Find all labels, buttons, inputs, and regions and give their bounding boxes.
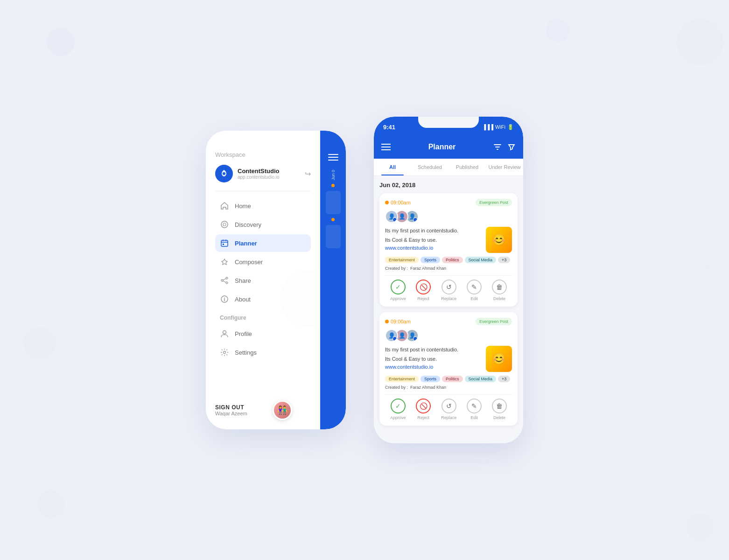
planner-date: Jun 02, 2018 — [379, 182, 518, 189]
edit-button-1[interactable]: ✎ Edit — [467, 280, 482, 301]
edit-label-2: Edit — [470, 415, 478, 420]
tab-scheduled[interactable]: Scheduled — [411, 159, 449, 175]
nav-item-home[interactable]: Home — [215, 197, 311, 215]
battery-icon: 🔋 — [507, 124, 514, 130]
sign-out-text: SIGN OUT Waqar Azeem — [215, 404, 247, 416]
home-icon — [220, 201, 229, 210]
planner-label: Planner — [235, 240, 257, 247]
post-1-text-area: Its my first post in contentstudio. Its … — [385, 227, 482, 253]
post-2-tags: Entertainment Sports Politics Social Med… — [385, 376, 512, 382]
reject-button-1[interactable]: 🚫 Reject — [416, 280, 431, 301]
evergreen-badge-2: Evergreen Post — [476, 318, 512, 325]
post-1-link[interactable]: www.contentstudio.io — [385, 245, 482, 251]
nav-item-share[interactable]: Share — [215, 272, 311, 289]
tag-sports-2: Sports — [421, 376, 440, 382]
planner-content: Jun 02, 2018 09:00am Evergreen Post 👤 — [374, 176, 523, 443]
nav-item-settings[interactable]: Settings — [215, 343, 311, 361]
planner-icon — [220, 238, 229, 248]
post-1-text-line1: Its my first post in contentstudio. — [385, 227, 482, 235]
link-icon[interactable]: ↪ — [305, 169, 311, 178]
settings-label: Settings — [235, 349, 257, 356]
edit-button-2[interactable]: ✎ Edit — [467, 399, 482, 420]
configure-label: Configure — [220, 315, 311, 321]
tab-under-review[interactable]: Under Review — [486, 159, 523, 175]
post-1-actions: ✓ Approve 🚫 Reject ↺ Replace ✎ — [385, 275, 512, 301]
planner-header-title: Planner — [428, 143, 456, 151]
post-card-2-header: 09:00am Evergreen Post — [385, 318, 512, 325]
tab-all[interactable]: All — [374, 159, 411, 175]
nav-item-composer[interactable]: Composer — [215, 253, 311, 271]
planner-header-actions — [493, 143, 516, 151]
post-card-1-header: 09:00am Evergreen Post — [385, 199, 512, 206]
brand-avatar — [215, 165, 233, 182]
reject-icon-2: 🚫 — [416, 399, 431, 413]
post-2-link[interactable]: www.contentstudio.io — [385, 364, 482, 370]
nav-item-about[interactable]: About — [215, 290, 311, 308]
nav-item-discovery[interactable]: Discovery — [215, 216, 311, 233]
delete-button-1[interactable]: 🗑 Delete — [492, 280, 507, 301]
left-phone-notch — [248, 131, 304, 141]
status-time: 9:41 — [383, 124, 395, 131]
filter-alt-icon[interactable] — [493, 143, 502, 151]
hamburger-icon[interactable] — [328, 154, 338, 161]
planner-tabs: All Scheduled Published Under Review — [374, 159, 523, 176]
tab-published[interactable]: Published — [449, 159, 486, 175]
delete-icon-2: 🗑 — [492, 399, 507, 413]
sidebar-strip: Jun 0 — [320, 131, 346, 429]
post-2-thumbnail: 😊 — [486, 346, 512, 372]
tag-politics-2: Politics — [442, 376, 463, 382]
delete-button-2[interactable]: 🗑 Delete — [492, 399, 507, 420]
svg-point-9 — [223, 331, 226, 334]
post-1-avatars: 👤 👤 👤 — [385, 210, 512, 223]
post-card-2: 09:00am Evergreen Post 👤 👤 👤 — [379, 312, 518, 426]
sign-out-label[interactable]: SIGN OUT — [215, 404, 247, 411]
user-avatar: 👫 — [273, 400, 292, 420]
signal-icon: ▐▐▐ — [483, 124, 493, 130]
profile-icon — [220, 329, 229, 338]
replace-icon-1: ↺ — [442, 280, 456, 294]
nav-item-planner[interactable]: Planner — [215, 234, 311, 252]
svg-point-2 — [223, 223, 226, 226]
svg-point-0 — [223, 172, 225, 175]
evergreen-badge-1: Evergreen Post — [476, 199, 512, 206]
brand-row: ContentStudio app.contentstudio.io ↪ — [215, 165, 311, 182]
composer-label: Composer — [235, 259, 263, 266]
planner-hamburger-icon[interactable] — [381, 144, 391, 150]
svg-point-1 — [221, 221, 228, 228]
svg-point-7 — [226, 282, 228, 284]
delete-icon-1: 🗑 — [492, 280, 507, 294]
right-phone-notch — [418, 117, 479, 128]
avatar-2-3-badge — [413, 336, 418, 341]
tag-politics-1: Politics — [442, 257, 463, 263]
home-label: Home — [235, 203, 251, 210]
post-2-actions: ✓ Approve 🚫 Reject ↺ Replace ✎ — [385, 394, 512, 420]
post-1-time: 09:00am — [385, 200, 411, 205]
settings-icon — [220, 348, 229, 357]
approve-button-2[interactable]: ✓ Approve — [390, 399, 406, 420]
sign-out-row: SIGN OUT Waqar Azeem 👫 — [215, 400, 292, 420]
post-2-text-line1: Its my first post in contentstudio. — [385, 346, 482, 354]
nav-item-profile[interactable]: Profile — [215, 325, 311, 343]
post-2-body: Its my first post in contentstudio. Its … — [385, 346, 512, 372]
replace-button-1[interactable]: ↺ Replace — [441, 280, 456, 301]
tag-more-1: +3 — [498, 257, 510, 263]
replace-button-2[interactable]: ↺ Replace — [441, 399, 456, 420]
reject-label-2: Reject — [418, 415, 430, 420]
edit-label-1: Edit — [470, 296, 478, 301]
about-icon — [220, 294, 229, 304]
edit-icon-2: ✎ — [467, 399, 482, 413]
left-phone-content: Workspace ContentStudio app.contentstudi… — [206, 131, 320, 429]
delete-label-2: Delete — [493, 415, 505, 420]
replace-label-1: Replace — [441, 296, 456, 301]
delete-label-1: Delete — [493, 296, 505, 301]
share-label: Share — [235, 277, 251, 284]
approve-icon-1: ✓ — [391, 280, 406, 294]
post-2-text-area: Its my first post in contentstudio. Its … — [385, 346, 482, 372]
approve-button-1[interactable]: ✓ Approve — [390, 280, 406, 301]
svg-rect-4 — [223, 244, 224, 245]
composer-icon — [220, 257, 229, 266]
tag-social-2: Social Media — [465, 376, 497, 382]
filter-icon[interactable] — [507, 143, 516, 151]
post-1-body: Its my first post in contentstudio. Its … — [385, 227, 512, 253]
reject-button-2[interactable]: 🚫 Reject — [416, 399, 431, 420]
